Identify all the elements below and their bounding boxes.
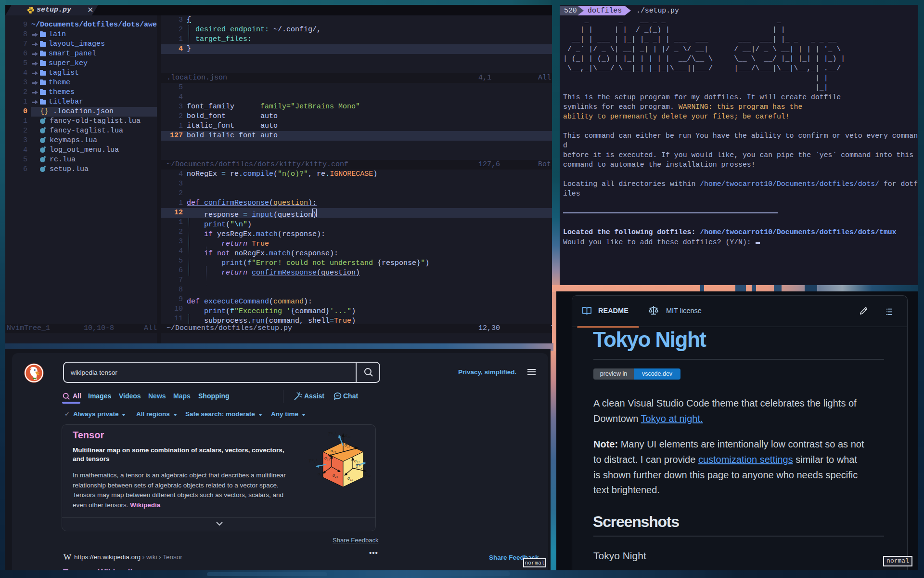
svg-text:T⁽ᵉ₂⁾: T⁽ᵉ₂⁾	[356, 463, 364, 469]
svg-text:σ₂₂: σ₂₂	[365, 472, 371, 477]
svg-text:σ₁₁: σ₁₁	[318, 472, 323, 476]
svg-text:σ₃₃: σ₃₃	[345, 433, 350, 438]
svg-text:T⁽ᵉ₃⁾: T⁽ᵉ₃⁾	[328, 431, 336, 436]
svg-text:T⁽ᵉ₁⁾: T⁽ᵉ₁⁾	[308, 458, 317, 463]
svg-text:σ₃₁: σ₃₁	[324, 456, 330, 460]
svg-text:σ₂₃: σ₂₃	[345, 443, 350, 447]
svg-text:σ₁₃: σ₁₃	[331, 448, 336, 453]
svg-text:σ₃₂: σ₃₂	[354, 459, 360, 463]
svg-text:σ₁₂: σ₁₂	[347, 476, 353, 481]
svg-text:σ₂₁: σ₂₁	[333, 473, 338, 478]
